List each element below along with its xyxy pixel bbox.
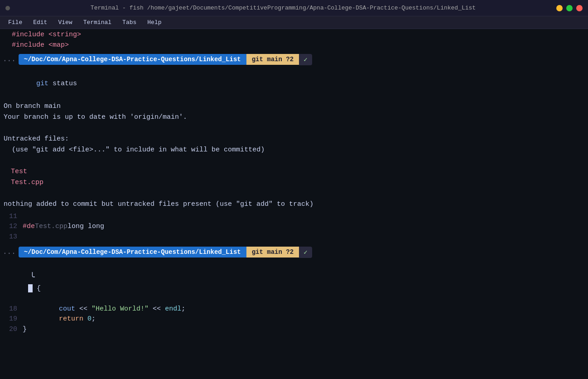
corner-icon: ╰ xyxy=(28,273,35,282)
prompt-dots-1: ... xyxy=(0,55,19,63)
window-controls[interactable] xyxy=(5,6,10,10)
prompt-git-1: git main ?2 xyxy=(246,54,299,65)
prompt-path-2: ~/Doc/Com/Apna-College-DSA-Practice-Ques… xyxy=(19,247,246,258)
titlebar: Terminal - fish /home/gajeet/Documents/C… xyxy=(0,0,588,16)
prompt-bar-2: ... ~/Doc/Com/Apna-College-DSA-Practice-… xyxy=(0,244,588,260)
menu-terminal[interactable]: Terminal xyxy=(79,18,116,27)
prompt-bar-1: ... ~/Doc/Com/Apna-College-DSA-Practice-… xyxy=(0,51,588,68)
close-button[interactable] xyxy=(576,5,583,11)
menu-view[interactable]: View xyxy=(53,18,77,27)
prompt-check-2: ✓ xyxy=(299,247,312,258)
prompt-path-1: ~/Doc/Com/Apna-College-DSA-Practice-Ques… xyxy=(19,54,246,65)
menubar: File Edit View Terminal Tabs Help xyxy=(0,16,588,29)
menu-file[interactable]: File xyxy=(4,18,27,27)
git-uptodate-line: Your branch is up to date with 'origin/m… xyxy=(4,112,584,123)
prompt-dots-2: ... xyxy=(0,248,19,256)
menu-help[interactable]: Help xyxy=(143,18,166,27)
menu-tabs[interactable]: Tabs xyxy=(118,18,141,27)
git-untracked-hint: (use "git add <file>..." to include in w… xyxy=(4,145,584,155)
traffic-lights[interactable] xyxy=(556,5,583,11)
git-status-output: On branch main Your branch is up to date… xyxy=(0,99,588,212)
menu-edit[interactable]: Edit xyxy=(29,18,52,27)
git-nothing-line: nothing added to commit but untracked fi… xyxy=(4,199,584,210)
cursor-line: ╰ { xyxy=(0,261,588,304)
terminal-area[interactable]: #include <string> #include <map> ... ~/D… xyxy=(0,29,588,379)
bg-code-line-1: #include <string> xyxy=(0,30,588,40)
window-title: Terminal - fish /home/gajeet/Documents/C… xyxy=(10,5,556,11)
git-blank-2 xyxy=(4,155,584,166)
git-untracked-1: Test xyxy=(4,166,584,177)
bottom-code-18: 18cout << "Hello World!" << endl; xyxy=(0,304,588,315)
maximize-button[interactable] xyxy=(566,5,573,11)
bg-code-line-2: #include <map> xyxy=(0,40,588,51)
git-branch-line: On branch main xyxy=(4,101,584,112)
bottom-code-20: 20} xyxy=(0,325,588,335)
cursor xyxy=(28,284,33,292)
traffic-light-dot xyxy=(5,6,10,10)
bg-code-define: 12#deTest.cpplong long xyxy=(0,222,588,232)
git-untracked-header: Untracked files: xyxy=(4,134,584,145)
prompt-check-1: ✓ xyxy=(299,54,312,65)
git-status-command: git status xyxy=(0,68,588,99)
bottom-code-19: 19return 0; xyxy=(0,314,588,325)
git-blank-1 xyxy=(4,123,584,134)
git-untracked-2: Test.cpp xyxy=(4,177,584,188)
prompt-git-2: git main ?2 xyxy=(246,247,299,258)
git-blank-3 xyxy=(4,188,584,199)
bg-num-11: 11 xyxy=(0,212,588,222)
bg-num-13: 13 xyxy=(0,232,588,243)
minimize-button[interactable] xyxy=(556,5,563,11)
